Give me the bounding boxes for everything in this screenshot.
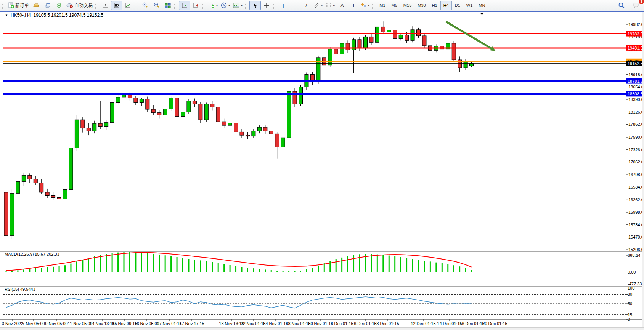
gold-ingot-icon — [33, 3, 39, 8]
macd-histogram-bar — [100, 255, 101, 272]
timeframe-button-D1[interactable]: D1 — [452, 1, 463, 10]
macd-histogram-bar — [165, 255, 166, 272]
candle-body — [281, 138, 285, 147]
chart-canvas[interactable]: 19982.019718.019454.019190.018918.018654… — [0, 0, 644, 330]
auto-trading-icon — [66, 3, 73, 8]
auto-trading-button[interactable]: 自动交易 — [65, 1, 94, 10]
rsi-tick-label: 0 — [628, 317, 630, 322]
timeframe-button-H4[interactable]: H4 — [440, 1, 452, 10]
candle-body — [275, 134, 279, 147]
signals-button[interactable] — [53, 1, 65, 10]
text-label-tool-button[interactable]: T — [348, 1, 359, 10]
periods-caret-icon: ▾ — [228, 4, 230, 7]
channel-tool-button[interactable]: E — [312, 1, 324, 10]
macd-histogram-bar — [453, 265, 454, 272]
price-level-badge-text: 19152.5 — [628, 61, 643, 66]
timeframe-button-MN[interactable]: MN — [475, 1, 488, 10]
toolbar-grip — [2, 2, 5, 9]
macd-histogram-bar — [141, 253, 142, 272]
date-tick-label: 3 Nov 2022 — [2, 321, 23, 326]
bar-chart-button[interactable] — [100, 1, 111, 10]
macd-histogram-bar — [382, 255, 384, 272]
candle-body — [193, 101, 196, 104]
text-tool-button[interactable]: A — [336, 1, 348, 10]
candle-body — [464, 61, 467, 68]
cursor-tool-button[interactable] — [249, 1, 261, 10]
search-button[interactable] — [616, 1, 627, 10]
auto-scroll-button[interactable] — [179, 1, 190, 10]
arrow-objects-icon — [361, 3, 366, 8]
date-tick-label: 22 Nov 01:15 — [241, 321, 265, 326]
toolbar-grip — [372, 2, 375, 9]
chart-window-button[interactable] — [42, 1, 53, 10]
candle-body — [216, 107, 220, 122]
templates-button[interactable]: ▾ — [231, 1, 244, 10]
vertical-line-tool-button[interactable]: | — [278, 1, 289, 10]
candle-body — [381, 27, 385, 32]
horizontal-line-tool-button[interactable]: — — [289, 1, 300, 10]
price-tick-label: 16262.0 — [628, 197, 644, 202]
timeframe-button-M15[interactable]: M15 — [400, 1, 414, 10]
macd-histogram-bar — [70, 264, 71, 272]
horizontal-line-icon: — — [292, 3, 297, 8]
date-tick-label: 6 Dec 01:15 — [354, 321, 376, 326]
candle-body — [234, 123, 238, 132]
candle-body — [452, 43, 456, 60]
macd-histogram-bar — [6, 271, 7, 272]
chart-title: ▼ HK50-,H4 19105.5 19201.5 19074.5 19152… — [5, 13, 103, 18]
timeframe-button-H1[interactable]: H1 — [429, 1, 440, 10]
chart-window-icon — [45, 3, 51, 8]
indicators-button[interactable]: ▾ — [207, 1, 219, 10]
vertical-line-icon: | — [283, 3, 284, 8]
date-tick-label: 15 Nov 09:15 — [112, 321, 137, 326]
candle-body — [257, 127, 261, 131]
toolbar-grip — [202, 2, 206, 9]
candle-body — [157, 113, 161, 115]
macd-histogram-bar — [17, 270, 18, 272]
price-level-badge-text: 18781.6 — [628, 79, 643, 83]
rsi-tick-label: 80 — [628, 292, 632, 296]
timeframe-button-M5[interactable]: M5 — [389, 1, 400, 10]
candle-body — [405, 35, 409, 40]
notifications-button[interactable]: 1 — [630, 1, 642, 10]
date-tick-label: 20 Dec 01:15 — [482, 321, 507, 326]
candle-body — [45, 192, 49, 196]
date-tick-label: 18 Nov 13:15 — [219, 321, 244, 326]
candlestick-chart-icon — [114, 3, 120, 8]
candle-body — [263, 127, 267, 131]
line-chart-button[interactable] — [122, 1, 134, 10]
market-watch-button[interactable] — [31, 1, 42, 10]
macd-indicator-label[interactable]: MACD(12,26,9) 85.67 202.33 — [5, 252, 59, 256]
fibonacci-tool-button[interactable]: F — [324, 1, 336, 10]
text-label-icon: T — [351, 3, 356, 8]
tile-windows-button[interactable] — [162, 1, 173, 10]
macd-histogram-bar — [400, 257, 401, 272]
timeframe-button-W1[interactable]: W1 — [463, 1, 476, 10]
timeframe-button-M1[interactable]: M1 — [376, 1, 388, 10]
chart-shift-button[interactable] — [190, 1, 202, 10]
macd-histogram-bar — [59, 266, 60, 272]
periods-button[interactable]: ▾ — [219, 1, 231, 10]
macd-histogram-bar — [23, 269, 24, 272]
crosshair-tool-button[interactable] — [261, 1, 272, 10]
macd-histogram-bar — [318, 266, 319, 272]
new-order-icon — [8, 2, 14, 8]
chart-title-arrow-icon: ▼ — [5, 14, 8, 17]
zoom-out-button[interactable] — [151, 1, 162, 10]
candle-body — [163, 109, 167, 115]
crosshair-icon — [263, 3, 270, 8]
candlestick-chart-button[interactable] — [111, 1, 122, 10]
timeframe-button-M30[interactable]: M30 — [414, 1, 429, 10]
macd-histogram-bar — [82, 260, 83, 272]
rsi-indicator-label[interactable]: RSI(15) 49.5443 — [5, 287, 35, 292]
trendline-tool-button[interactable]: / — [300, 1, 312, 10]
text-tool-icon: A — [340, 3, 344, 8]
new-order-button[interactable]: 新订单 — [6, 1, 31, 10]
price-tick-label: 18918.0 — [628, 72, 644, 77]
arrows-tool-button[interactable]: ▾ — [359, 1, 371, 10]
zoom-in-button[interactable] — [139, 1, 151, 10]
macd-histogram-bar — [182, 258, 183, 272]
macd-histogram-bar — [412, 259, 413, 272]
zoom-in-icon — [142, 2, 148, 8]
macd-histogram-bar — [194, 260, 195, 272]
